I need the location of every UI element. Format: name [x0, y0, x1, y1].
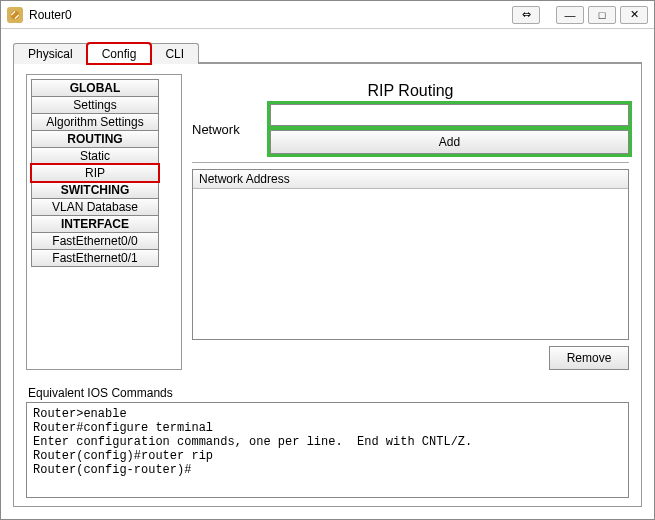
remove-button[interactable]: Remove: [549, 346, 629, 370]
tabstrip: Physical Config CLI: [13, 39, 642, 63]
sidebar-header-switching: SWITCHING: [31, 181, 159, 199]
tab-config[interactable]: Config: [87, 43, 152, 64]
ios-commands-label: Equivalent IOS Commands: [28, 386, 629, 400]
tab-cli[interactable]: CLI: [150, 43, 199, 64]
separator: [192, 162, 629, 163]
sidebar-item-static[interactable]: Static: [31, 147, 159, 165]
titlebar-left: Router0: [7, 7, 72, 23]
network-input[interactable]: [270, 104, 629, 126]
router-icon: [7, 7, 23, 23]
ios-commands-output[interactable]: Router>enable Router#configure terminal …: [26, 402, 629, 498]
config-sidebar: GLOBAL Settings Algorithm Settings ROUTI…: [26, 74, 182, 370]
rip-content: RIP Routing Network Add Network Address: [192, 74, 629, 370]
router-config-window: Router0 ⇔ — □ ✕ Physical Config CLI GLOB…: [0, 0, 655, 520]
sidebar-header-routing: ROUTING: [31, 130, 159, 148]
sidebar-header-global: GLOBAL: [31, 79, 159, 97]
sidebar-item-algorithm-settings[interactable]: Algorithm Settings: [31, 113, 159, 131]
network-list-body[interactable]: [193, 189, 628, 339]
network-input-row: Network Add: [192, 104, 629, 154]
minimize-button[interactable]: —: [556, 6, 584, 24]
close-button[interactable]: ✕: [620, 6, 648, 24]
sidebar-item-fe01[interactable]: FastEthernet0/1: [31, 249, 159, 267]
network-label: Network: [192, 122, 262, 137]
sidebar-header-interface: INTERFACE: [31, 215, 159, 233]
network-address-list: Network Address: [192, 169, 629, 340]
maximize-button[interactable]: □: [588, 6, 616, 24]
network-list-header: Network Address: [193, 170, 628, 189]
sidebar-item-fe00[interactable]: FastEthernet0/0: [31, 232, 159, 250]
config-panel: GLOBAL Settings Algorithm Settings ROUTI…: [13, 63, 642, 507]
tab-physical[interactable]: Physical: [13, 43, 88, 64]
add-button[interactable]: Add: [270, 130, 629, 154]
sidebar-item-settings[interactable]: Settings: [31, 96, 159, 114]
sidebar-item-vlan-database[interactable]: VLAN Database: [31, 198, 159, 216]
help-button[interactable]: ⇔: [512, 6, 540, 24]
client-area: Physical Config CLI GLOBAL Settings Algo…: [1, 29, 654, 519]
sidebar-item-rip[interactable]: RIP: [31, 164, 159, 182]
rip-title: RIP Routing: [192, 82, 629, 100]
titlebar-controls: ⇔ — □ ✕: [512, 6, 648, 24]
window-title: Router0: [29, 8, 72, 22]
titlebar: Router0 ⇔ — □ ✕: [1, 1, 654, 29]
